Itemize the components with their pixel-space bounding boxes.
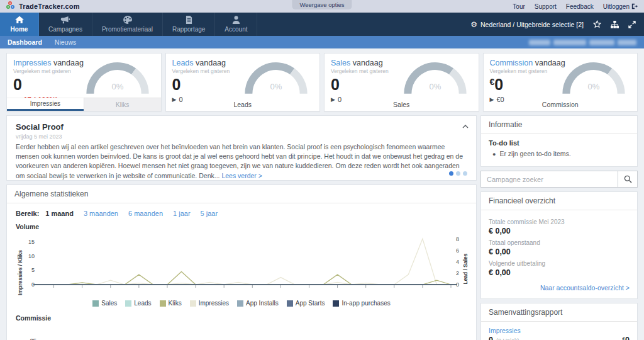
informatie-panel: Informatie To-do list ● Er zijn geen to-… <box>480 115 638 167</box>
commissie-label: Commissie <box>16 314 467 322</box>
tab-campagnes[interactable]: Campagnes <box>39 13 92 36</box>
svg-text:8: 8 <box>456 236 459 242</box>
leads-card: Leads vandaag Vergeleken met gisteren 0 … <box>165 53 321 111</box>
todo-item: ● Er zijn geen to-do items. <box>492 150 630 157</box>
svg-text:0%: 0% <box>111 82 123 91</box>
search-icon <box>624 175 632 183</box>
carousel-dots <box>449 171 467 176</box>
legend-item[interactable]: Sales <box>92 300 117 307</box>
favorites-star-icon[interactable] <box>592 20 601 29</box>
gauge-chart: 0% <box>557 58 631 96</box>
legend-item[interactable]: Kliks <box>160 300 182 307</box>
legend-label: In-app purchases <box>341 300 390 307</box>
todo-list-title: To-do list <box>489 139 630 147</box>
summary-row: Impressies 0 (0 Uniek) €0 <box>489 323 630 340</box>
legend-label: App Starts <box>296 300 325 307</box>
series-kliks <box>40 272 451 285</box>
social-proof-date: vrijdag 5 mei 2023 <box>16 133 467 140</box>
legend-label: Leads <box>134 300 151 307</box>
algemene-statistieken-panel: Algemene statistieken Bereik: 1 maand 3 … <box>6 184 477 340</box>
samenvattingsrapport-panel: Samenvattingsrapport Impressies 0 (0 Uni… <box>480 303 638 340</box>
social-proof-card: Social Proof vrijdag 5 mei 2023 Eerder h… <box>6 115 477 181</box>
bullet-icon: ● <box>492 151 496 157</box>
range-3-maanden[interactable]: 3 maanden <box>84 210 118 217</box>
card-tab-strip: Impressies Kliks <box>7 98 161 111</box>
tradetracker-logo[interactable]: TradeTracker.com <box>6 1 80 11</box>
tab-home[interactable]: Home <box>0 13 39 36</box>
campagne-zoeker <box>480 171 638 188</box>
legend-item[interactable]: App Installs <box>237 300 279 307</box>
svg-text:0%: 0% <box>270 82 282 91</box>
logout-link[interactable]: Uitloggen <box>603 3 638 10</box>
weergave-opties-button[interactable]: Weergave opties <box>292 0 352 9</box>
svg-text:2: 2 <box>456 270 459 276</box>
fin-row-value: € 0,00 <box>489 247 630 256</box>
tab-promotiemateriaal[interactable]: Promotiemateriaal <box>92 13 163 36</box>
range-6-maanden[interactable]: 6 maanden <box>128 210 163 217</box>
range-1-jaar[interactable]: 1 jaar <box>173 210 191 217</box>
gauge-chart: 0% <box>80 58 155 96</box>
topbar-links: Tour Support Feedback Uitloggen <box>513 3 638 10</box>
card-tab-kliks[interactable]: Kliks <box>84 98 161 111</box>
card-footer-label: Sales <box>325 101 479 108</box>
carousel-dot[interactable] <box>463 171 467 176</box>
topbar: TradeTracker.com Weergave opties Tour Su… <box>0 0 644 13</box>
tab-rapportage[interactable]: Rapportage <box>163 13 215 36</box>
subnav-dashboard[interactable]: Dashboard <box>8 38 42 46</box>
summary-row-link[interactable]: Impressies <box>489 327 630 334</box>
panel-title: Algemene statistieken <box>7 185 476 203</box>
logout-icon <box>631 3 638 9</box>
campagne-search-input[interactable] <box>480 171 618 188</box>
legend-label: App Installs <box>246 300 279 307</box>
subnav-nieuws[interactable]: Nieuws <box>55 38 76 46</box>
content-area: Impressies vandaag Vergeleken met gister… <box>0 48 644 340</box>
financieel-overzicht-panel: Financieel overzicht Totale commissie Me… <box>480 191 638 299</box>
collapse-chevron-icon[interactable] <box>462 120 469 131</box>
bereik-label: Bereik: <box>16 210 39 217</box>
commission-card: Commission vandaag Vergeleken met gister… <box>483 53 638 111</box>
sitemap-icon[interactable] <box>610 20 619 29</box>
fin-row-label: Volgende uitbetaling <box>489 260 630 267</box>
panel-title: Samenvattingsrapport <box>481 303 637 322</box>
range-1-maand[interactable]: 1 maand <box>45 210 74 217</box>
feedback-link[interactable]: Feedback <box>566 3 594 10</box>
gauge-chart: 0% <box>239 58 313 96</box>
impressies-card: Impressies vandaag Vergeleken met gister… <box>6 53 162 111</box>
volume-chart-svg: 05101502468Impressies / KliksLead / Sale… <box>16 230 471 297</box>
tour-link[interactable]: Tour <box>513 3 525 10</box>
social-proof-title: Social Proof <box>16 122 467 132</box>
series-impressies <box>40 239 451 285</box>
panel-title: Informatie <box>481 116 637 134</box>
tab-account[interactable]: Account <box>215 13 257 36</box>
person-icon <box>232 16 240 25</box>
card-footer-label: Leads <box>166 101 320 108</box>
svg-text:4: 4 <box>456 259 459 265</box>
legend-item[interactable]: Impressies <box>190 300 229 307</box>
home-icon <box>15 16 24 25</box>
svg-text:10: 10 <box>28 253 35 259</box>
chart-legend: SalesLeadsKliksImpressiesApp InstallsApp… <box>16 300 467 307</box>
region-selector[interactable]: ⚙ Nederland / Uitgebreide selectie [2] <box>470 21 584 28</box>
search-button[interactable] <box>618 171 638 188</box>
fullscreen-icon[interactable] <box>628 20 636 29</box>
logo-text: TradeTracker.com <box>19 3 80 10</box>
legend-swatch <box>92 300 99 307</box>
legend-swatch <box>333 300 339 307</box>
carousel-dot[interactable] <box>449 171 453 176</box>
sales-card: Sales vandaag Vergeleken met gisteren 0 … <box>324 53 479 111</box>
accountsaldo-link[interactable]: Naar accountsaldo-overzicht > <box>540 284 630 292</box>
palette-icon <box>123 16 132 25</box>
range-5-jaar[interactable]: 5 jaar <box>201 210 218 217</box>
lees-verder-link[interactable]: Lees verder > <box>221 172 262 179</box>
card-tab-impressies[interactable]: Impressies <box>7 98 84 111</box>
card-footer-label: Commission <box>484 101 638 108</box>
carousel-dot[interactable] <box>456 171 460 176</box>
support-link[interactable]: Support <box>535 3 557 10</box>
range-selector: Bereik: 1 maand 3 maanden 6 maanden 1 ja… <box>16 210 467 217</box>
report-document-icon <box>186 16 192 25</box>
stat-cards-row: Impressies vandaag Vergeleken met gister… <box>6 53 638 111</box>
legend-item[interactable]: Leads <box>125 300 151 307</box>
legend-item[interactable]: In-app purchases <box>333 300 390 307</box>
legend-item[interactable]: App Starts <box>287 300 325 307</box>
svg-text:Impressies / Kliks: Impressies / Kliks <box>17 250 23 295</box>
